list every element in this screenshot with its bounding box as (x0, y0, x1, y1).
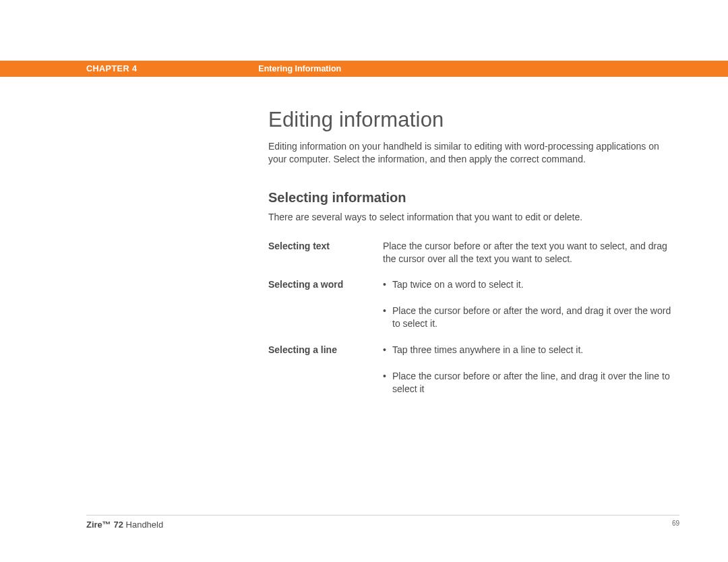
product-name-bold: Zire™ 72 (86, 520, 123, 530)
page-heading: Editing information (268, 108, 679, 132)
bullet-item: Place the cursor before or after the wor… (383, 305, 679, 330)
definition-row: Selecting a line Tap three times anywher… (268, 344, 679, 396)
sub-intro-paragraph: There are several ways to select informa… (268, 211, 679, 224)
definition-body: Tap three times anywhere in a line to se… (383, 344, 679, 396)
section-title: Entering Information (258, 64, 341, 73)
definition-row: Selecting text Place the cursor before o… (268, 240, 679, 266)
product-name-rest: Handheld (123, 520, 163, 530)
bullet-item: Tap twice on a word to select it. (383, 278, 679, 291)
definition-term: Selecting text (268, 240, 383, 266)
page-number: 69 (672, 520, 679, 530)
chapter-header-bar: CHAPTER 4 Entering Information (0, 61, 728, 77)
bullet-item: Place the cursor before or after the lin… (383, 370, 679, 396)
intro-paragraph: Editing information on your handheld is … (268, 140, 679, 166)
sub-heading: Selecting information (268, 190, 679, 206)
definition-term: Selecting a word (268, 278, 383, 330)
page-footer: Zire™ 72 Handheld 69 (86, 515, 679, 530)
definition-row: Selecting a word Tap twice on a word to … (268, 278, 679, 330)
bullet-item: Tap three times anywhere in a line to se… (383, 344, 679, 356)
product-name: Zire™ 72 Handheld (86, 520, 163, 530)
definition-body: Place the cursor before or after the tex… (383, 240, 679, 266)
page-content: Editing information Editing information … (268, 108, 679, 409)
chapter-label: CHAPTER 4 (86, 64, 137, 73)
definition-body: Tap twice on a word to select it. Place … (383, 278, 679, 330)
definition-term: Selecting a line (268, 344, 383, 396)
